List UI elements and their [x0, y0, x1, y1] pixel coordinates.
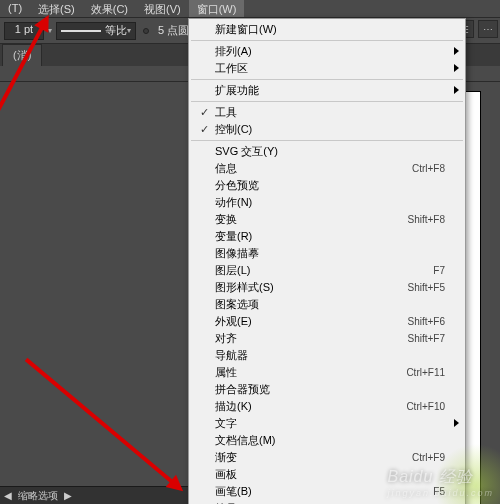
- tool-button-b[interactable]: ⋯: [478, 20, 498, 38]
- checkmark-icon: ✓: [193, 106, 215, 119]
- menu-item-label: 属性: [215, 365, 406, 380]
- checkmark-icon: ✓: [193, 123, 215, 136]
- menu-item-label: 文档信息(M): [215, 433, 445, 448]
- menu-item[interactable]: 变换Shift+F8: [189, 211, 465, 228]
- menu-item[interactable]: 工作区: [189, 60, 465, 77]
- window-menu-dropdown: 新建窗口(W)排列(A)工作区扩展功能✓工具✓控制(C)SVG 交互(Y)信息C…: [188, 18, 466, 504]
- menu-item-shortcut: Ctrl+F10: [406, 401, 445, 412]
- menu-item[interactable]: ✓工具: [189, 104, 465, 121]
- bullet-icon[interactable]: [143, 28, 149, 34]
- menu-item[interactable]: 动作(N): [189, 194, 465, 211]
- menu-item-shortcut: Ctrl+F8: [412, 163, 445, 174]
- menu-item-label: 图像描摹: [215, 246, 445, 261]
- menu-item[interactable]: 扩展功能: [189, 82, 465, 99]
- menu-item[interactable]: 图层(L)F7: [189, 262, 465, 279]
- menubar-item-view[interactable]: 视图(V): [136, 0, 189, 17]
- menu-item-label: 图形样式(S): [215, 280, 407, 295]
- menu-item-label: 动作(N): [215, 195, 445, 210]
- stroke-preview-icon: [61, 30, 101, 32]
- menu-item-label: 导航器: [215, 348, 445, 363]
- menu-item[interactable]: 图案选项: [189, 296, 465, 313]
- menu-item[interactable]: 排列(A): [189, 43, 465, 60]
- menu-item-label: 渐变: [215, 450, 412, 465]
- submenu-arrow-icon: [454, 419, 459, 427]
- menu-item-shortcut: Shift+F5: [407, 282, 445, 293]
- menu-item[interactable]: 图像描摹: [189, 245, 465, 262]
- menu-separator: [191, 101, 463, 102]
- menu-item[interactable]: 描边(K)Ctrl+F10: [189, 398, 465, 415]
- menubar-item-t[interactable]: (T): [0, 0, 30, 17]
- menu-item[interactable]: 文字: [189, 415, 465, 432]
- menu-item[interactable]: 对齐Shift+F7: [189, 330, 465, 347]
- menu-item[interactable]: 属性Ctrl+F11: [189, 364, 465, 381]
- stroke-style-label: 等比: [105, 23, 127, 38]
- submenu-arrow-icon: [454, 47, 459, 55]
- menubar-item-window[interactable]: 窗口(W): [189, 0, 245, 17]
- watermark-sub: jingyan.baidu.com: [387, 488, 494, 498]
- chevron-left-icon[interactable]: ◀: [4, 490, 12, 501]
- menu-item-shortcut: F7: [433, 265, 445, 276]
- menu-item-shortcut: Ctrl+F11: [406, 367, 445, 378]
- menu-item-label: 图层(L): [215, 263, 433, 278]
- menu-item-label: 图案选项: [215, 297, 445, 312]
- watermark: Baidu 经验 jingyan.baidu.com: [387, 467, 494, 498]
- menu-item[interactable]: 信息Ctrl+F8: [189, 160, 465, 177]
- menu-item[interactable]: 变量(R): [189, 228, 465, 245]
- menu-item-label: 变量(R): [215, 229, 445, 244]
- menu-item-label: 信息: [215, 161, 412, 176]
- menu-separator: [191, 79, 463, 80]
- menu-item-label: 外观(E): [215, 314, 407, 329]
- menu-item[interactable]: SVG 交互(Y): [189, 143, 465, 160]
- menu-item[interactable]: 分色预览: [189, 177, 465, 194]
- menu-item-label: 描边(K): [215, 399, 406, 414]
- watermark-brand: Baidu 经验: [387, 468, 472, 485]
- menubar-item-select[interactable]: 选择(S): [30, 0, 83, 17]
- menu-item[interactable]: 新建窗口(W): [189, 21, 465, 38]
- status-bar: ◀ 缩略选项 ▶: [0, 486, 188, 504]
- menu-item-label: 扩展功能: [215, 83, 445, 98]
- menu-item-label: 对齐: [215, 331, 407, 346]
- menubar-item-effects[interactable]: 效果(C): [83, 0, 136, 17]
- menu-item-label: 工具: [215, 105, 445, 120]
- menu-item-label: 控制(C): [215, 122, 445, 137]
- menu-item-shortcut: Shift+F8: [407, 214, 445, 225]
- menu-separator: [191, 140, 463, 141]
- menu-item-shortcut: Shift+F7: [407, 333, 445, 344]
- menubar: (T) 选择(S) 效果(C) 视图(V) 窗口(W): [0, 0, 500, 18]
- submenu-arrow-icon: [454, 64, 459, 72]
- menu-separator: [191, 40, 463, 41]
- menu-item-label: 排列(A): [215, 44, 445, 59]
- menu-item[interactable]: ✓控制(C): [189, 121, 465, 138]
- stroke-style-dropdown[interactable]: 等比 ▾: [56, 22, 136, 40]
- menu-item-label: 文字: [215, 416, 445, 431]
- menu-item-shortcut: Shift+F6: [407, 316, 445, 327]
- menu-item[interactable]: 导航器: [189, 347, 465, 364]
- menu-item-label: 工作区: [215, 61, 445, 76]
- status-label: 缩略选项: [18, 489, 58, 503]
- menu-item[interactable]: 拼合器预览: [189, 381, 465, 398]
- menu-item-label: 拼合器预览: [215, 382, 445, 397]
- menu-item[interactable]: 外观(E)Shift+F6: [189, 313, 465, 330]
- menu-item-label: 分色预览: [215, 178, 445, 193]
- submenu-arrow-icon: [454, 86, 459, 94]
- menu-item-label: 新建窗口(W): [215, 22, 445, 37]
- chevron-down-icon: ▾: [127, 26, 131, 35]
- menu-item-label: SVG 交互(Y): [215, 144, 445, 159]
- menu-item-label: 变换: [215, 212, 407, 227]
- chevron-right-icon[interactable]: ▶: [64, 490, 72, 501]
- menu-item[interactable]: 图形样式(S)Shift+F5: [189, 279, 465, 296]
